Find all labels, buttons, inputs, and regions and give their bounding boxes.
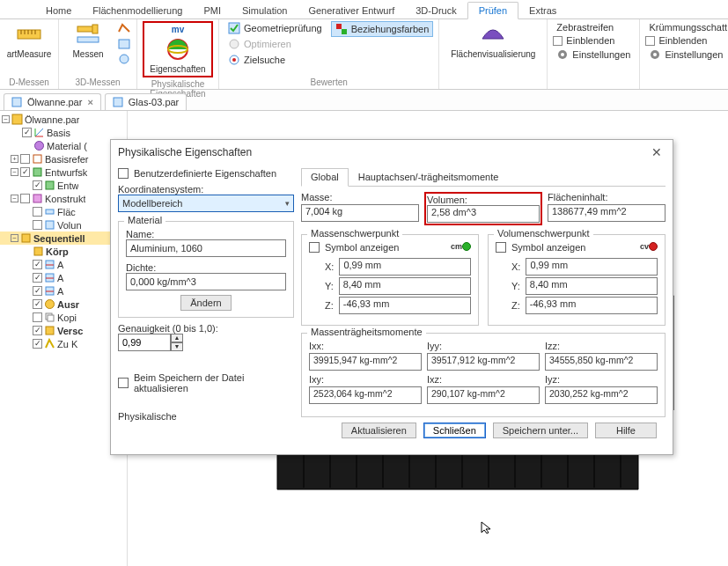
physical-properties-dialog: Physikalische Eigenschaften ✕ Benutzerde… bbox=[110, 139, 673, 455]
doc-tab-2[interactable]: Glas-03.par bbox=[105, 93, 187, 110]
ribbon-tab-pmi[interactable]: PMI bbox=[193, 3, 232, 18]
tree-konstrukt[interactable]: − Konstrukt bbox=[0, 192, 127, 205]
accuracy-spinner[interactable]: ▲▼ bbox=[118, 334, 294, 351]
measure-small-icon-2[interactable] bbox=[117, 38, 131, 50]
tree-a[interactable]: A bbox=[0, 258, 127, 271]
geometriepruefung-button[interactable]: Geometrieprüfung bbox=[224, 21, 326, 35]
tree-basisref[interactable]: + Basisrefer bbox=[0, 152, 127, 165]
tree-zuk[interactable]: Zu K bbox=[0, 337, 127, 350]
tab-global[interactable]: Global bbox=[301, 168, 349, 187]
iyy-output: 39517,912 kg-mm^2 bbox=[427, 353, 540, 371]
tree-entw-sub[interactable]: Entw bbox=[0, 179, 127, 192]
part-file-icon bbox=[11, 97, 22, 107]
ribbon-tabs: Home Flächenmodellierung PMI Simulation … bbox=[0, 0, 728, 19]
show-symbol-com[interactable]: Symbol anzeigen bbox=[309, 242, 399, 253]
svg-point-10 bbox=[120, 55, 129, 63]
seq-icon bbox=[20, 232, 32, 244]
tree-flae[interactable]: Fläc bbox=[0, 205, 127, 218]
flaechenvis-label: Flächenvisualisierung bbox=[451, 49, 535, 59]
zielsuche-label: Zielsuche bbox=[244, 55, 285, 65]
tree-kopi[interactable]: Kopi bbox=[0, 311, 127, 324]
mass-output: 7,004 kg bbox=[301, 204, 419, 222]
ribbon-tab-3dprint[interactable]: 3D-Druck bbox=[405, 3, 467, 18]
einstellungen-button-2[interactable]: Einstellungen bbox=[645, 48, 728, 62]
tree-ausr[interactable]: Ausr bbox=[0, 298, 127, 311]
change-material-button[interactable]: Ändern bbox=[180, 295, 231, 311]
ribbon-tab-check[interactable]: Prüfen bbox=[467, 2, 518, 19]
tree-sequentiell[interactable]: − Sequentiell bbox=[0, 232, 127, 245]
density-input[interactable]: 0,000 kg/mm^3 bbox=[126, 273, 286, 290]
doc-tab-1[interactable]: Ölwanne.par × bbox=[4, 93, 101, 110]
user-props-checkbox[interactable]: Benutzerdefinierte Eigenschaften bbox=[118, 168, 294, 179]
svg-point-44 bbox=[46, 300, 55, 309]
tree-koerp[interactable]: Körp bbox=[0, 245, 127, 258]
einblenden-check-2[interactable]: Einblenden bbox=[645, 35, 728, 46]
tree-a2[interactable]: A bbox=[0, 271, 127, 284]
ribbon-tab-surface[interactable]: Flächenmodellierung bbox=[82, 3, 193, 18]
measure-small-icon-1[interactable] bbox=[117, 23, 131, 35]
user-props-label: Benutzerdefinierte Eigenschaften bbox=[134, 168, 276, 179]
tree-entwurf[interactable]: − Entwurfsk bbox=[0, 165, 127, 179]
svg-point-29 bbox=[35, 142, 44, 151]
gear-icon bbox=[556, 48, 569, 61]
messen-button[interactable]: Messen bbox=[64, 21, 112, 59]
beziehungsfarben-label: Beziehungsfarben bbox=[351, 24, 430, 34]
doc-tab-1-label: Ölwanne.par bbox=[27, 97, 82, 107]
svg-line-26 bbox=[35, 129, 43, 136]
ribbon-tab-gen[interactable]: Generativer Entwurf bbox=[298, 3, 405, 18]
material-name-input[interactable]: Aluminium, 1060 bbox=[126, 239, 286, 257]
tree-versc[interactable]: Versc bbox=[0, 324, 127, 337]
eigenschaften-label: Eigenschaften bbox=[150, 64, 205, 74]
tree-volun[interactable]: Volun bbox=[0, 218, 127, 232]
smart-measure-button[interactable]: artMeasure bbox=[5, 21, 53, 59]
close-button[interactable]: Schließen bbox=[423, 423, 486, 438]
eigenschaften-button[interactable]: mv Eigenschaften bbox=[143, 21, 213, 77]
tree-basis[interactable]: Basis bbox=[0, 126, 127, 139]
com-x: 0,99 mm bbox=[339, 258, 471, 276]
geometriepruefung-label: Geometrieprüfung bbox=[244, 23, 322, 33]
measure-small-icon-3[interactable] bbox=[117, 53, 131, 65]
ribbon-tab-home[interactable]: Home bbox=[35, 3, 82, 18]
tab-axes[interactable]: Hauptachsen/-trägheitsmomente bbox=[349, 168, 509, 186]
update-button[interactable]: Aktualisieren bbox=[342, 423, 416, 438]
show-symbol-cov[interactable]: Symbol anzeigen bbox=[496, 242, 585, 253]
part-file-icon bbox=[113, 97, 123, 107]
tree-a3[interactable]: A bbox=[0, 284, 127, 298]
mass-label: Masse: bbox=[301, 192, 419, 202]
volume-center-fieldset: Volumenschwerpunkt Symbol anzeigen cv X:… bbox=[488, 234, 665, 326]
tree-root[interactable]: − Ölwanne.par bbox=[0, 113, 127, 126]
close-icon[interactable]: ✕ bbox=[648, 145, 665, 159]
ribbon-tab-extras[interactable]: Extras bbox=[518, 3, 567, 18]
phys-label: Physikalische bbox=[118, 411, 294, 422]
ixz-output: 290,107 kg-mm^2 bbox=[427, 386, 540, 404]
svg-rect-32 bbox=[46, 181, 54, 189]
flaechenvisualisierung-button[interactable]: Flächenvisualisierung bbox=[445, 21, 541, 59]
group-dmessen-label: D-Messen bbox=[5, 76, 53, 87]
beziehungsfarben-button[interactable]: Beziehungsfarben bbox=[331, 21, 434, 37]
coord-system-dropdown[interactable]: Modellbereich ▾ bbox=[118, 195, 294, 212]
optimieren-button[interactable]: Optimieren bbox=[224, 37, 326, 51]
feature-tree[interactable]: − Ölwanne.par Basis Material ( + Basisre… bbox=[0, 111, 128, 566]
zielsuche-button[interactable]: Zielsuche bbox=[224, 53, 326, 67]
ixy-output: 2523,064 kg-mm^2 bbox=[309, 386, 422, 404]
tree-material[interactable]: Material ( bbox=[0, 139, 127, 152]
accuracy-input[interactable] bbox=[118, 334, 171, 351]
spin-down-icon[interactable]: ▼ bbox=[171, 342, 183, 351]
svg-rect-37 bbox=[34, 247, 42, 255]
close-icon[interactable]: × bbox=[87, 97, 92, 107]
einstellungen-button-1[interactable]: Einstellungen bbox=[553, 48, 634, 62]
svg-rect-46 bbox=[48, 315, 54, 321]
update-on-save-checkbox[interactable]: Beim Speichern der Datei aktualisieren bbox=[118, 372, 294, 393]
svg-rect-31 bbox=[33, 168, 41, 176]
save-as-button[interactable]: Speichern unter... bbox=[493, 423, 588, 438]
svg-rect-34 bbox=[46, 209, 54, 214]
update-on-save-label: Beim Speichern der Datei aktualisieren bbox=[134, 372, 275, 393]
iyz-output: 2030,252 kg-mm^2 bbox=[545, 386, 658, 404]
einblenden-check-1[interactable]: Einblenden bbox=[553, 35, 634, 46]
svg-point-14 bbox=[230, 40, 239, 48]
spin-up-icon[interactable]: ▲ bbox=[171, 334, 183, 342]
ribbon-tab-simulation[interactable]: Simulation bbox=[232, 3, 298, 18]
body-icon bbox=[44, 180, 55, 191]
material-icon bbox=[33, 140, 45, 151]
help-button[interactable]: Hilfe bbox=[595, 423, 657, 438]
